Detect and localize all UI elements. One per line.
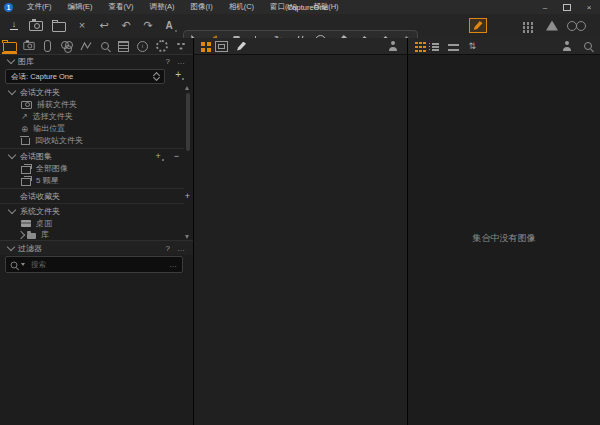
tree-item-desktop[interactable]: 桌面	[0, 218, 203, 229]
menu-view[interactable]: 查看(V)	[101, 0, 142, 14]
import-icon: ↓	[10, 21, 18, 30]
section-session-favorites[interactable]: 会话收藏夹 +	[0, 190, 202, 202]
sort-arrows-icon: ⇅	[469, 42, 477, 51]
grid-icon	[523, 22, 526, 25]
main-toolbar: ↓ × ↩ ↶ ↷ A ↻	[0, 14, 600, 39]
open-button[interactable]	[49, 16, 69, 35]
divider	[0, 188, 184, 189]
section-system-folders[interactable]: 系统文件夹	[0, 205, 191, 217]
edit-pen-box-icon	[469, 18, 487, 33]
tree-item-capture-folder[interactable]: 捕获文件夹	[0, 99, 203, 110]
output-globe-icon: ⊕	[21, 125, 28, 133]
scroll-down-arrow-icon[interactable]	[185, 235, 189, 239]
minimize-button[interactable]: –	[534, 0, 556, 14]
grid-view-button[interactable]	[415, 38, 426, 54]
browser-panel: ⇅ 集合中没有图像	[408, 38, 600, 425]
divider	[0, 203, 184, 204]
folder-icon	[27, 233, 36, 239]
tree-item-output-location[interactable]: ⊕ 输出位置	[0, 123, 203, 134]
search-input[interactable]	[29, 259, 169, 270]
capture-one-window: 1 文件(F) 编辑(E) 查看(V) 调整(A) 图像(I) 相机(C) 窗口…	[0, 0, 600, 425]
binoculars-icon	[567, 21, 586, 31]
undo-button[interactable]: ↶	[116, 16, 136, 35]
filters-panel-header: 过滤器 ? …	[0, 240, 193, 255]
tree-item-all-images[interactable]: 全部图像	[0, 163, 203, 174]
menu-camera[interactable]: 相机(C)	[221, 0, 262, 14]
delete-button[interactable]: ×	[72, 16, 92, 35]
filters-more-button[interactable]: …	[177, 244, 185, 253]
annotate-button[interactable]: A	[159, 16, 179, 35]
expand-chevron-icon[interactable]	[17, 230, 25, 238]
scroll-up-arrow-icon[interactable]	[185, 86, 189, 90]
people-filter-button[interactable]	[562, 38, 572, 54]
menu-edit[interactable]: 编辑(E)	[60, 0, 101, 14]
person-icon	[562, 41, 572, 51]
scrollbar-thumb[interactable]	[186, 93, 190, 151]
tree-item-selects-folder[interactable]: ↗ 选择文件夹	[0, 111, 203, 122]
multi-view-grid-icon	[201, 42, 205, 46]
viewer-box-icon	[215, 41, 228, 52]
album-icon	[21, 166, 31, 174]
person-icon	[388, 41, 398, 51]
section-session-albums[interactable]: 会话图集 + −	[0, 150, 191, 162]
chevron-down-icon	[8, 87, 16, 95]
list-view-button[interactable]	[429, 38, 440, 54]
rows-view-button[interactable]	[448, 38, 459, 54]
search-box: …	[5, 256, 183, 273]
empty-collection-message: 集合中没有图像	[408, 232, 600, 245]
close-button[interactable]: ×	[578, 0, 600, 14]
search-icon	[11, 261, 18, 268]
undo-icon: ↶	[121, 20, 130, 31]
browser-header: ⇅	[408, 38, 600, 55]
menu-adjustments[interactable]: 调整(A)	[142, 0, 183, 14]
add-album-button[interactable]: +	[155, 152, 163, 161]
annotations-button[interactable]	[237, 38, 246, 54]
thumbnail-grid-icon	[415, 42, 418, 45]
album-icon	[21, 178, 31, 186]
warning-triangle-icon	[546, 21, 558, 31]
divider	[0, 148, 184, 149]
redo-button[interactable]: ↷	[138, 16, 158, 35]
tree-item-trash-folder[interactable]: 回收站文件夹	[0, 135, 203, 146]
reset-button[interactable]: ↩	[94, 16, 114, 35]
section-session-folders[interactable]: 会话文件夹	[0, 86, 191, 98]
menu-file[interactable]: 文件(F)	[19, 0, 60, 14]
chevron-down-icon	[8, 151, 16, 159]
list-view-icon	[429, 42, 440, 51]
edit-mode-toggle[interactable]	[468, 16, 488, 35]
face-focus-button[interactable]	[388, 38, 398, 54]
multi-view-button[interactable]	[201, 38, 213, 54]
import-button[interactable]: ↓	[4, 16, 24, 35]
viewer-canvas[interactable]	[194, 55, 407, 425]
chevron-down-icon	[8, 206, 16, 214]
proof-view-button[interactable]	[566, 16, 586, 35]
app-icon[interactable]: 1	[4, 3, 13, 12]
capture-button[interactable]	[26, 16, 46, 35]
viewer-panel	[194, 38, 408, 425]
trash-icon	[21, 138, 30, 145]
search-scope-caret-icon[interactable]	[21, 263, 25, 266]
remove-album-button[interactable]: −	[174, 152, 179, 161]
grid-overlay-button[interactable]	[516, 16, 536, 35]
exposure-warning-button[interactable]	[542, 16, 562, 35]
tree-item-five-stars[interactable]: 5 颗星	[0, 175, 203, 186]
search-icon	[584, 42, 592, 50]
folder-icon	[52, 22, 66, 32]
maximize-button[interactable]	[556, 0, 578, 14]
tree-scrollbar[interactable]	[184, 86, 191, 239]
tools-sidebar: i 图库 ? … 会话: Capture One + 会话文件夹	[0, 38, 194, 425]
selects-arrow-icon: ↗	[21, 113, 28, 121]
filters-help-button[interactable]: ?	[166, 244, 170, 253]
text-tool-icon: A	[165, 20, 172, 31]
primary-view-button[interactable]	[215, 38, 228, 54]
delete-icon: ×	[79, 20, 85, 31]
library-tree: 会话文件夹 捕获文件夹 ↗ 选择文件夹 ⊕ 输出位置 回收站文件夹	[0, 38, 193, 425]
menu-image[interactable]: 图像(I)	[183, 0, 221, 14]
search-more-button[interactable]: …	[169, 260, 177, 269]
tree-item-libraries[interactable]: 库	[0, 229, 208, 240]
browser-search-button[interactable]	[584, 38, 592, 54]
menu-bar: 1 文件(F) 编辑(E) 查看(V) 调整(A) 图像(I) 相机(C) 窗口…	[0, 0, 600, 14]
chevron-down-icon[interactable]	[7, 243, 15, 251]
maximize-icon	[563, 4, 571, 11]
sort-button[interactable]: ⇅	[469, 38, 477, 54]
